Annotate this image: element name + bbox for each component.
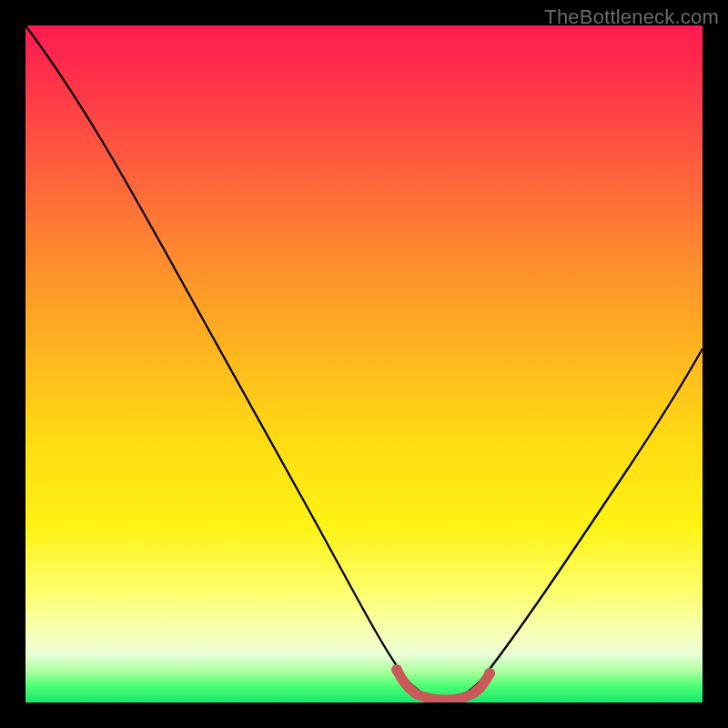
chart-svg-layer <box>25 25 703 703</box>
bottleneck-curve <box>25 25 703 699</box>
chart-plot-area <box>25 25 703 703</box>
optimal-zone-marker-start <box>391 664 402 675</box>
chart-outer-frame: TheBottleneck.com <box>0 0 728 728</box>
watermark-text: TheBottleneck.com <box>544 5 719 29</box>
optimal-zone-marker-end <box>484 668 495 679</box>
